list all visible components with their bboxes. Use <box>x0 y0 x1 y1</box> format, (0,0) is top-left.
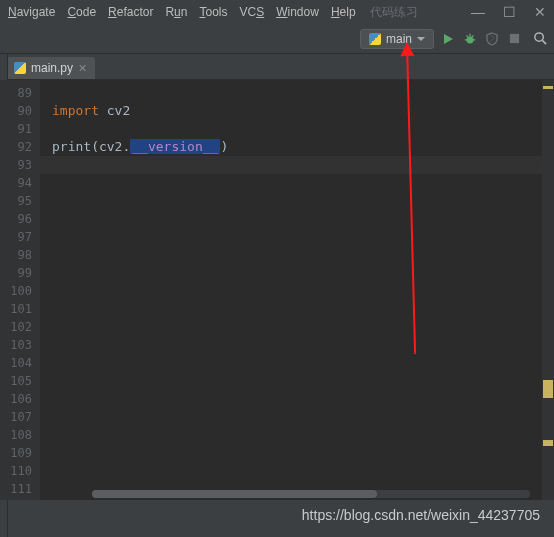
line-number: 92 <box>0 138 32 156</box>
line-number: 95 <box>0 192 32 210</box>
svg-line-5 <box>472 35 474 37</box>
menu-code[interactable]: Code <box>67 5 96 19</box>
maximize-button[interactable]: ☐ <box>503 5 516 19</box>
run-config-selector[interactable]: main <box>360 29 434 49</box>
line-number: 93 <box>0 156 32 174</box>
svg-point-7 <box>534 33 542 41</box>
python-icon <box>369 33 381 45</box>
menu-help[interactable]: Help <box>331 5 356 19</box>
error-stripe[interactable] <box>542 80 554 500</box>
chevron-down-icon <box>417 37 425 41</box>
line-number: 98 <box>0 246 32 264</box>
run-button[interactable] <box>440 31 456 47</box>
menu-refactor[interactable]: Refactor <box>108 5 153 19</box>
close-tab-icon[interactable]: ✕ <box>78 62 87 75</box>
menu-navigate[interactable]: Navigate <box>8 5 55 19</box>
svg-rect-6 <box>509 34 518 43</box>
line-number: 96 <box>0 210 32 228</box>
project-name: 代码练习 <box>370 4 418 21</box>
code-line-92: print(cv2.__version__) <box>52 138 542 156</box>
minimize-button[interactable]: — <box>471 5 485 19</box>
line-number: 108 <box>0 426 32 444</box>
main-menu: Navigate Code Refactor Run Tools VCS Win… <box>8 5 356 19</box>
menu-tools[interactable]: Tools <box>199 5 227 19</box>
horizontal-scrollbar[interactable] <box>92 490 530 498</box>
watermark-text: https://blog.csdn.net/weixin_44237705 <box>302 507 540 523</box>
line-number: 109 <box>0 444 32 462</box>
line-number: 111 <box>0 480 32 498</box>
line-number: 107 <box>0 408 32 426</box>
python-icon <box>14 62 26 74</box>
line-number: 99 <box>0 264 32 282</box>
line-number: 105 <box>0 372 32 390</box>
line-number: 91 <box>0 120 32 138</box>
run-coverage-button[interactable] <box>484 31 500 47</box>
stop-button <box>506 31 522 47</box>
line-number: 100 <box>0 282 32 300</box>
line-number: 104 <box>0 354 32 372</box>
line-number: 97 <box>0 228 32 246</box>
warning-mark[interactable] <box>543 440 553 446</box>
line-number: 102 <box>0 318 32 336</box>
code-area[interactable]: import cv2 print(cv2.__version__) <box>40 80 542 500</box>
search-button[interactable] <box>532 31 548 47</box>
code-line-91 <box>52 120 542 138</box>
warning-mark[interactable] <box>543 86 553 89</box>
svg-line-8 <box>542 40 546 44</box>
line-number: 94 <box>0 174 32 192</box>
scrollbar-thumb[interactable] <box>92 490 377 498</box>
code-line-94 <box>52 174 542 192</box>
warning-mark[interactable] <box>543 380 553 398</box>
current-line-highlight <box>40 156 542 174</box>
code-line-89 <box>52 84 542 102</box>
close-window-button[interactable]: ✕ <box>534 5 546 19</box>
line-number: 110 <box>0 462 32 480</box>
tab-filename: main.py <box>31 61 73 75</box>
menu-run[interactable]: Run <box>165 5 187 19</box>
code-editor[interactable]: 8990919293949596979899100101102103104105… <box>0 80 554 500</box>
code-line-90: import cv2 <box>52 102 542 120</box>
line-number: 103 <box>0 336 32 354</box>
line-number: 89 <box>0 84 32 102</box>
line-number-gutter: 8990919293949596979899100101102103104105… <box>0 80 40 500</box>
line-number: 101 <box>0 300 32 318</box>
line-number: 106 <box>0 390 32 408</box>
menu-window[interactable]: Window <box>276 5 319 19</box>
editor-tab-main[interactable]: main.py ✕ <box>6 57 95 79</box>
svg-line-4 <box>467 35 469 37</box>
menu-vcs[interactable]: VCS <box>240 5 265 19</box>
line-number: 90 <box>0 102 32 120</box>
debug-button[interactable] <box>462 31 478 47</box>
